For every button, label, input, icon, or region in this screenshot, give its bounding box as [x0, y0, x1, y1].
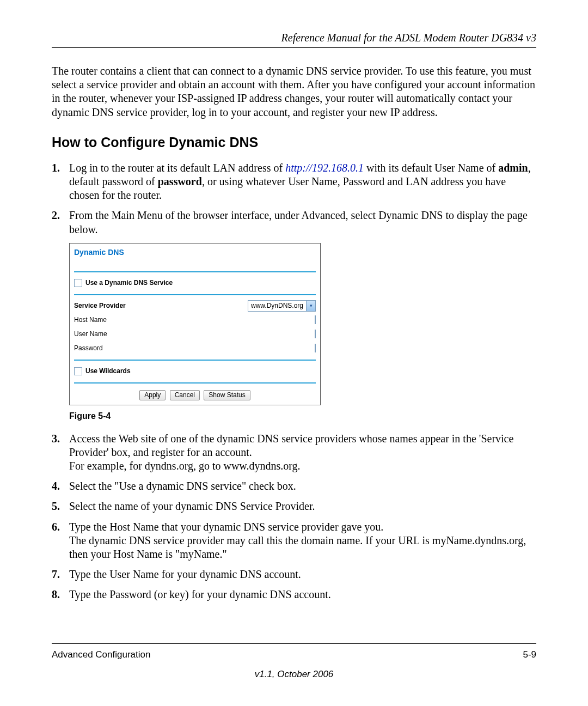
panel-divider-4 [74, 382, 316, 384]
step-1: Log in to the router at its default LAN … [52, 161, 536, 203]
user-name-input[interactable] [315, 330, 316, 338]
service-provider-select[interactable]: www.DynDNS.org ▾ [248, 300, 316, 312]
service-provider-value: www.DynDNS.org [248, 302, 306, 310]
host-name-input[interactable] [315, 315, 316, 324]
step-7: Type the User Name for your dynamic DNS … [52, 568, 536, 581]
step-3-text-a: Access the Web site of one of the dynami… [69, 433, 513, 458]
show-status-button[interactable]: Show Status [204, 390, 250, 400]
router-panel: Dynamic DNS Use a Dynamic DNS Service Se… [69, 243, 321, 406]
password-label: Password [74, 344, 161, 352]
step-3: Access the Web site of one of the dynami… [52, 432, 536, 473]
step-1-text-a: Log in to the router at its default LAN … [69, 162, 285, 174]
step-1-admin: admin [498, 162, 528, 174]
step-1-text-b: with its default User Name of [364, 162, 498, 174]
step-6-text-b: The dynamic DNS service provider may cal… [69, 534, 526, 560]
panel-divider [74, 271, 316, 272]
step-6: Type the Host Name that your dynamic DNS… [52, 520, 536, 562]
host-name-label: Host Name [74, 316, 161, 324]
footer-page-number: 5-9 [523, 649, 536, 660]
running-head: Reference Manual for the ADSL Modem Rout… [52, 32, 536, 44]
intro-paragraph: The router contains a client that can co… [52, 64, 536, 119]
header-rule [52, 47, 536, 48]
step-6-text-a: Type the Host Name that your dynamic DNS… [69, 521, 383, 533]
panel-divider-2 [74, 294, 316, 295]
wildcards-checkbox[interactable] [74, 367, 82, 375]
panel-title: Dynamic DNS [74, 247, 316, 262]
step-2: From the Main Menu of the browser interf… [52, 209, 536, 422]
apply-button[interactable]: Apply [139, 390, 166, 400]
router-lan-link[interactable]: http://192.168.0.1 [285, 162, 364, 174]
footer-section: Advanced Configuration [52, 649, 150, 660]
panel-divider-3 [74, 360, 316, 361]
password-input[interactable] [315, 344, 316, 352]
step-1-password: password [158, 175, 202, 187]
step-2-text: From the Main Menu of the browser interf… [69, 209, 528, 235]
step-8: Type the Password (or key) for your dyna… [52, 588, 536, 601]
service-provider-label: Service Provider [74, 302, 161, 310]
use-dns-checkbox[interactable] [74, 279, 82, 287]
figure-caption: Figure 5-4 [69, 411, 536, 422]
steps-list: Log in to the router at its default LAN … [52, 161, 536, 602]
user-name-label: User Name [74, 330, 161, 338]
step-4: Select the "Use a dynamic DNS service" c… [52, 479, 536, 493]
footer-rule [52, 643, 536, 644]
use-dns-label: Use a Dynamic DNS Service [85, 279, 173, 287]
wildcards-label: Use Wildcards [85, 367, 131, 375]
footer-version: v1.1, October 2006 [52, 669, 536, 680]
step-3-text-b: For example, for dyndns.org, go to www.d… [69, 460, 301, 472]
cancel-button[interactable]: Cancel [170, 390, 200, 400]
chevron-down-icon[interactable]: ▾ [306, 301, 315, 311]
section-heading: How to Configure Dynamic DNS [52, 135, 536, 150]
step-5: Select the name of your dynamic DNS Serv… [52, 500, 536, 513]
